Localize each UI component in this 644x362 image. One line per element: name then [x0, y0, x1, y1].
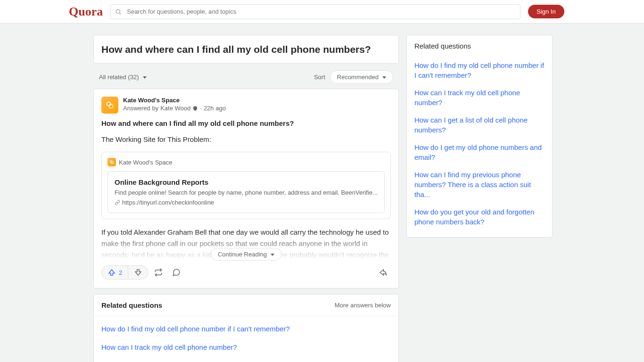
- embed-inner: Online Background Reports Find people on…: [107, 171, 385, 213]
- sort-label: Sort: [314, 74, 325, 81]
- main-column: How and where can I find all my old cell…: [93, 35, 399, 362]
- related-link[interactable]: How do I find my old cell phone number i…: [101, 320, 391, 338]
- filter-row: All related (32) Sort Recommended: [93, 69, 399, 85]
- related-link[interactable]: How can I track my old cell phone number…: [101, 338, 391, 357]
- all-related-label: All related (32): [99, 74, 139, 81]
- sidebar-link[interactable]: How can I find my previous phone numbers…: [414, 166, 545, 203]
- share-button[interactable]: [375, 264, 391, 280]
- sidebar-link[interactable]: How do I get my old phone numbers and em…: [414, 139, 545, 166]
- upvote-button[interactable]: 2: [102, 266, 128, 279]
- action-bar: 2: [101, 264, 391, 280]
- sort-dropdown[interactable]: Recommended: [330, 70, 393, 84]
- sidebar-related-card: Related questions How do I find my old c…: [406, 35, 553, 238]
- search-icon: [115, 8, 122, 15]
- answer-intro: The Working Site for This Problem:: [101, 134, 391, 145]
- related-link[interactable]: How can I get a list of old cell phone n…: [101, 356, 391, 362]
- header: Quora Sign In: [0, 0, 644, 24]
- answer-meta: Kate Wood's Space Answered by Kate Wood …: [123, 97, 226, 114]
- related-title: Related questions: [101, 301, 162, 309]
- sidebar-link[interactable]: How do I find my old cell phone number i…: [414, 57, 545, 84]
- svg-point-0: [116, 9, 120, 13]
- answer-question-repeat[interactable]: How and where can I find all my old cell…: [101, 119, 391, 127]
- answer-card: Kate Wood's Space Answered by Kate Wood …: [93, 89, 399, 288]
- chevron-down-icon: [270, 251, 274, 258]
- related-list: How do I find my old cell phone number i…: [94, 316, 398, 362]
- main-container: How and where can I find all my old cell…: [86, 35, 558, 362]
- quora-logo[interactable]: Quora: [69, 5, 103, 19]
- chevron-down-icon: [381, 74, 386, 81]
- continue-reading-button[interactable]: Continue Reading: [211, 248, 281, 261]
- more-answers-below[interactable]: More answers below: [335, 302, 391, 309]
- timestamp[interactable]: 22h ago: [204, 105, 226, 112]
- answer-header: Kate Wood's Space Answered by Kate Wood …: [101, 97, 391, 114]
- svg-point-5: [111, 162, 113, 164]
- embed-url-text: https://tinyurl.com/checkinfoonline: [122, 199, 214, 206]
- embed-description: Find people online! Search for people by…: [115, 189, 378, 196]
- sort-controls: Sort Recommended: [314, 70, 393, 84]
- vote-group: 2: [101, 265, 149, 280]
- link-icon: [115, 200, 120, 206]
- sidebar-link[interactable]: How do you get your old and forgotten ph…: [414, 203, 545, 230]
- question-title: How and where can I find all my old cell…: [101, 43, 391, 56]
- sidebar-column: Related questions How do I find my old c…: [406, 35, 553, 362]
- all-related-filter[interactable]: All related (32): [99, 74, 147, 81]
- embed-source-text: Kate Wood's Space: [119, 159, 173, 166]
- author-link[interactable]: Kate Wood: [160, 105, 190, 112]
- separator: ·: [200, 105, 202, 112]
- search-container: [110, 4, 520, 19]
- shield-icon: [192, 106, 198, 111]
- sort-value: Recommended: [337, 74, 379, 81]
- repost-button[interactable]: [150, 264, 166, 280]
- sidebar-link[interactable]: How can I track my old cell phone number…: [414, 84, 545, 111]
- svg-line-1: [120, 13, 121, 14]
- upvote-count: 2: [119, 269, 122, 276]
- signin-button[interactable]: Sign In: [528, 5, 564, 18]
- embed-url: https://tinyurl.com/checkinfoonline: [115, 199, 378, 206]
- avatar[interactable]: [101, 97, 118, 114]
- sidebar-title: Related questions: [414, 42, 545, 50]
- action-left: 2: [101, 264, 184, 280]
- space-name[interactable]: Kate Wood's Space: [123, 97, 226, 104]
- related-questions-card: Related questions More answers below How…: [93, 294, 399, 362]
- question-card: How and where can I find all my old cell…: [93, 35, 399, 64]
- byline-prefix: Answered by: [123, 105, 158, 112]
- related-header: Related questions More answers below: [94, 295, 398, 316]
- search-input[interactable]: [110, 4, 520, 19]
- svg-point-2: [107, 102, 110, 106]
- answer-byline: Answered by Kate Wood · 22h ago: [123, 105, 226, 112]
- svg-point-3: [109, 105, 113, 108]
- sidebar-link[interactable]: How can I get a list of old cell phone n…: [414, 111, 545, 139]
- chevron-down-icon: [142, 74, 147, 81]
- embed-source: Kate Wood's Space: [107, 158, 385, 166]
- embed-avatar-icon: [107, 158, 116, 166]
- embed-card[interactable]: Kate Wood's Space Online Background Repo…: [101, 152, 391, 219]
- comment-button[interactable]: [168, 264, 184, 280]
- continue-label: Continue Reading: [218, 251, 267, 258]
- downvote-button[interactable]: [128, 266, 148, 279]
- embed-title: Online Background Reports: [115, 178, 378, 186]
